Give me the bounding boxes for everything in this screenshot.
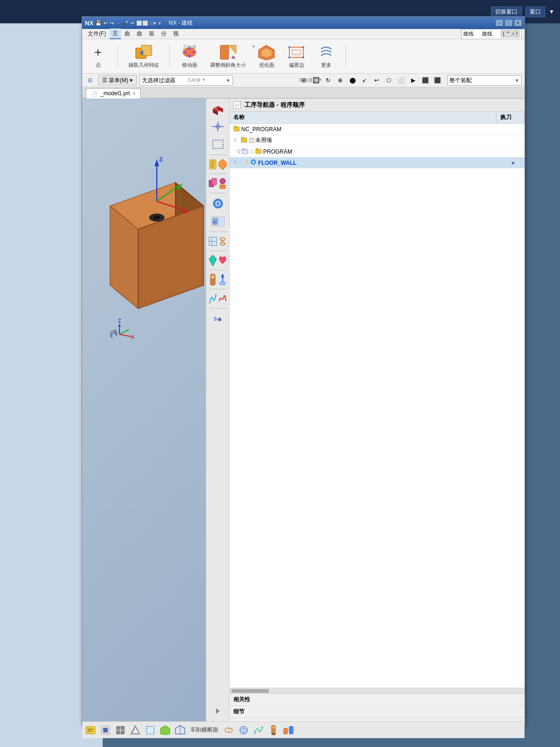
status-icon-3[interactable]: [114, 724, 127, 737]
settings-num-icon[interactable]: 5 ◉: [209, 310, 227, 327]
svg-marker-23: [154, 159, 159, 166]
status-icon-2[interactable]: [99, 724, 112, 737]
svg-rect-87: [86, 726, 95, 734]
menu-view[interactable]: 视: [170, 29, 182, 39]
nc-map-icon[interactable]: NC: [209, 213, 227, 230]
undo2-icon[interactable]: ↩: [371, 75, 382, 85]
status-icon-curve-set[interactable]: [252, 724, 265, 737]
status-icon-4[interactable]: [129, 724, 142, 737]
h-scrollbar[interactable]: [230, 688, 525, 693]
title-undo-icon[interactable]: ↩: [104, 20, 108, 26]
extract-icon: [134, 44, 153, 61]
snap3-icon[interactable]: ⊕: [335, 75, 345, 85]
close-btn[interactable]: ✕: [514, 20, 522, 26]
snap-icon[interactable]: ⊞: [85, 75, 95, 85]
tree-row-unused[interactable]: └ 📋 未用项: [230, 135, 525, 146]
svg-rect-97: [147, 726, 154, 734]
window-btn[interactable]: 窗口: [525, 7, 545, 17]
toolbar-area: + 点 抽取几何特征: [82, 39, 525, 74]
3d-viewport[interactable]: Z: [82, 99, 206, 721]
status-icon-turn[interactable]: [222, 724, 235, 737]
extra-icon[interactable]: ⬛: [432, 75, 442, 85]
nx-logo-text: NX: [85, 20, 93, 27]
ruler-v-icon[interactable]: [218, 157, 227, 172]
maximize-btn[interactable]: □: [505, 20, 512, 26]
tool2-icon[interactable]: [218, 272, 227, 287]
program-navigator-panel: □ 工序导航器 - 程序顺序 名称 换刀: [229, 99, 525, 721]
model1-tab[interactable]: 📄 _model1.prt ×: [86, 88, 140, 99]
menu-main[interactable]: 主: [110, 28, 121, 39]
parts-icon[interactable]: [218, 176, 227, 191]
select1-icon[interactable]: ↙: [359, 75, 370, 85]
filter-row: ⊞ ☰ 菜单(M) ▾ 无选择过滤器 ▼ ⊞ 🔲 ↻ ⊕ ⬤ ↙ ↩ ⬡ ⬜ ▶…: [82, 74, 525, 87]
menu-assembly[interactable]: 装: [146, 29, 157, 39]
status-icon-multi[interactable]: [282, 724, 295, 737]
arrow-icon[interactable]: ▶: [408, 75, 418, 85]
tab-close-btn[interactable]: ×: [133, 91, 135, 96]
no-filter-dropdown[interactable]: 无选择过滤器 ▼: [140, 75, 233, 85]
grid-icon[interactable]: [208, 234, 217, 249]
optimize-face-label: 优化面: [259, 62, 274, 69]
correlation-section[interactable]: 相关性: [230, 694, 525, 706]
small-icon-bar-right: ⊞ 🔲 ↻ ⊕ ⬤ ↙ ↩ ⬡ ⬜ ▶ ⬛ ⬛: [299, 75, 442, 85]
assembly-dropdown[interactable]: 整个装配 ▼: [447, 75, 522, 85]
switch-window-btn[interactable]: 切换窗口: [491, 7, 522, 17]
heart-icon[interactable]: [218, 253, 227, 268]
status-icon-mesh[interactable]: [237, 724, 250, 737]
curve-filter-btn[interactable]: ⟨ ⌃ ○ !: [501, 30, 519, 37]
extract-geometry-btn[interactable]: 抽取几何特征: [126, 43, 162, 70]
detail-section[interactable]: 细节: [230, 706, 525, 718]
title-redo-icon[interactable]: ↪: [110, 20, 114, 26]
view-cube-icon[interactable]: [209, 100, 227, 117]
status-icon-6[interactable]: [159, 724, 172, 737]
offset-edge-btn[interactable]: 偏置边: [284, 43, 308, 70]
tree-row-floor-wall[interactable]: └ ⚠ FLOOR_WALL ■: [230, 157, 525, 169]
menu-file[interactable]: 文件(F): [85, 29, 109, 39]
menu-analysis[interactable]: 分: [158, 29, 169, 39]
status-icon-1[interactable]: [84, 724, 97, 737]
status-icon-7[interactable]: [174, 724, 187, 737]
status-icon-tool3[interactable]: [267, 724, 280, 737]
menu-surface[interactable]: 曲: [134, 29, 145, 39]
chain-icon[interactable]: [218, 234, 227, 249]
hexagon-icon[interactable]: ⬡: [384, 75, 394, 85]
cube3d-icon[interactable]: ⬛: [420, 75, 430, 85]
tab-bar: 📄 _model1.prt ×: [82, 87, 525, 99]
snap-grid-icon[interactable]: ⊞: [299, 75, 309, 85]
menu-curve[interactable]: 曲: [122, 29, 133, 39]
optimize-face-icon: [257, 44, 276, 61]
tree-row-program[interactable]: ▽ ⚠: [230, 146, 525, 157]
h-scrollbar-thumb[interactable]: [231, 689, 269, 693]
add-point-btn[interactable]: + 点: [86, 43, 110, 70]
sphere-icon[interactable]: ⬤: [347, 75, 357, 85]
menu-bar: 文件(F) 主 曲 曲 装 分 视 曲线 曲线 ⟨ ⌃ ○ !: [82, 29, 525, 39]
svg-marker-74: [221, 274, 224, 277]
tool1-icon[interactable]: [208, 272, 217, 287]
crosshair-icon[interactable]: [209, 118, 227, 135]
collapse-panel-btn[interactable]: [209, 703, 227, 719]
svg-rect-111: [289, 726, 293, 734]
curve1-icon[interactable]: [208, 291, 217, 306]
panel-toggle-icon[interactable]: □: [233, 101, 241, 109]
group1-label: 几何体: [182, 44, 196, 50]
diamond-icon[interactable]: [208, 253, 217, 268]
program-collapse-icon[interactable]: ▽: [237, 149, 241, 154]
ruler-h-icon[interactable]: [208, 157, 217, 172]
panel-title: 工序导航器 - 程序顺序: [245, 101, 305, 109]
minimize-btn[interactable]: ─: [496, 20, 503, 26]
curve2-icon[interactable]: [218, 291, 227, 306]
more-btn[interactable]: 更多: [314, 43, 338, 70]
snap-icon2[interactable]: 🔲: [311, 75, 321, 85]
optimize-face-btn[interactable]: 优化面: [254, 43, 279, 70]
toolbar-filter-dropdown[interactable]: 曲线 曲线 ⟨ ⌃ ○ !: [461, 29, 522, 39]
rect-sel-icon[interactable]: ⬜: [396, 75, 406, 85]
insert-icon[interactable]: [209, 195, 227, 212]
status-icon-5[interactable]: [144, 724, 157, 737]
menu-m-btn[interactable]: ☰ 菜单(M) ▾: [98, 75, 137, 85]
tree-row-nc[interactable]: NC_PROGRAM: [230, 124, 525, 135]
divider-1: [118, 45, 118, 68]
component-icon[interactable]: [208, 176, 217, 191]
rect-select-icon[interactable]: [209, 136, 227, 153]
title-save-icon[interactable]: 💾: [95, 20, 102, 26]
rotate-icon[interactable]: ↻: [323, 75, 333, 85]
